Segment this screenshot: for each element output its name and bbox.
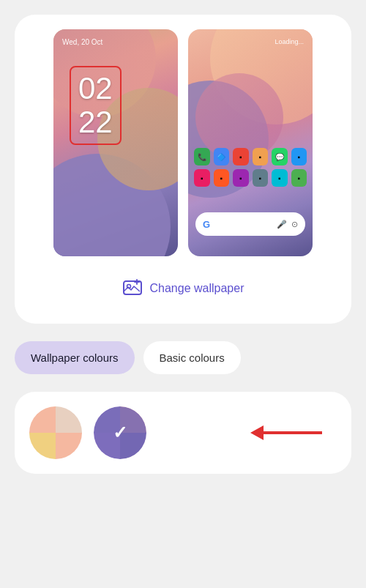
app-icon-8: ▪ — [253, 169, 269, 187]
app-icon-whatsapp: 💬 — [272, 148, 288, 165]
color-options-card: ✓ — [15, 392, 351, 474]
home-screen-loading-text: Loading... — [274, 38, 304, 45]
arrow-container — [158, 425, 337, 440]
preview-row: Wed, 20 Oct 02 22 Loading... 📞 🔷 — [29, 29, 337, 256]
app-icon-7: ▪ — [233, 169, 249, 187]
home-screen-preview: Loading... 📞 🔷 ▪ ▪ 💬 ▪ ▪ ▪ ▪ — [188, 29, 313, 256]
app-icon-1: 🔷 — [214, 148, 230, 165]
lock-screen-time-minute: 22 — [78, 105, 113, 139]
app-icon-9: ▪ — [272, 169, 288, 187]
home-screen-background: Loading... 📞 🔷 ▪ ▪ 💬 ▪ ▪ ▪ ▪ — [188, 29, 313, 256]
lens-icon: ⊙ — [291, 220, 298, 229]
cc1-q4 — [56, 433, 82, 459]
lock-screen-time-hour: 02 — [78, 72, 113, 105]
checkmark-icon: ✓ — [113, 423, 127, 443]
lock-screen-preview: Wed, 20 Oct 02 22 — [53, 29, 178, 256]
google-g-logo: G — [203, 219, 277, 230]
app-icon-5: ▪ — [194, 169, 210, 187]
microphone-icon: 🎤 — [277, 220, 287, 229]
lock-screen-date: Wed, 20 Oct — [62, 38, 102, 46]
app-icon-10: ▪ — [291, 169, 307, 187]
app-row-2: ▪ ▪ ▪ ▪ ▪ ▪ — [194, 169, 307, 187]
wallpaper-preview-card: Wed, 20 Oct 02 22 Loading... 📞 🔷 — [15, 15, 351, 324]
color-tabs: Wallpaper colours Basic colours — [15, 341, 351, 374]
app-icon-4: ▪ — [291, 148, 307, 165]
change-wallpaper-label: Change wallpaper — [150, 282, 244, 295]
selected-overlay: ✓ — [94, 406, 146, 459]
red-arrow — [251, 425, 322, 440]
app-icon-3: ▪ — [253, 148, 269, 165]
arrow-line — [264, 431, 322, 434]
change-wallpaper-icon — [122, 278, 143, 299]
home-app-grid: 📞 🔷 ▪ ▪ 💬 ▪ ▪ ▪ ▪ ▪ ▪ ▪ — [194, 148, 307, 190]
home-search-bar[interactable]: G 🎤 ⊙ — [195, 212, 305, 236]
change-wallpaper-button[interactable]: Change wallpaper — [108, 271, 259, 306]
search-bar-icons: 🎤 ⊙ — [277, 220, 298, 229]
cc1-q3 — [29, 433, 56, 459]
basic-colours-tab[interactable]: Basic colours — [143, 341, 241, 374]
wallpaper-colours-tab[interactable]: Wallpaper colours — [15, 341, 135, 374]
color-option-warm[interactable] — [29, 406, 82, 459]
arrow-head — [250, 425, 264, 440]
cc1-q1 — [29, 406, 56, 433]
app-icon-6: ▪ — [214, 169, 230, 187]
cc1-q2 — [56, 406, 82, 433]
lock-screen-time-box: 02 22 — [70, 66, 122, 145]
color-option-purple[interactable]: ✓ — [94, 406, 146, 459]
app-icon-phone: 📞 — [194, 148, 210, 165]
app-row-1: 📞 🔷 ▪ ▪ 💬 ▪ — [194, 148, 307, 165]
app-icon-2: ▪ — [233, 148, 249, 165]
lock-screen-background: Wed, 20 Oct 02 22 — [53, 29, 178, 256]
